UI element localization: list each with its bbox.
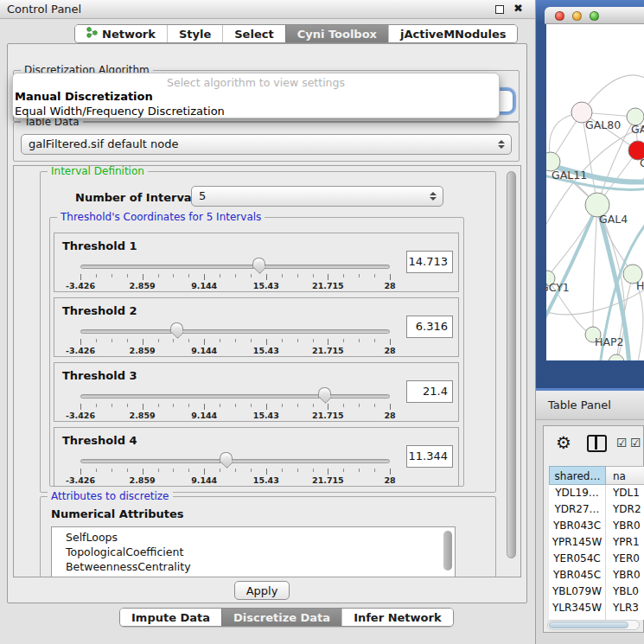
- threshold-row: Threshold 2-3.4262.8599.14415.4321.71528…: [54, 297, 459, 357]
- threshold-value-field[interactable]: 14.713: [406, 251, 453, 273]
- table-row[interactable]: YDR27…YDR2: [549, 501, 644, 518]
- minimize-traffic-light[interactable]: [572, 11, 582, 21]
- table-panel-body: ⚙ ☑ ☑ shared… na YDL19…YDL1YDR27…YDR2YBR…: [536, 420, 644, 644]
- network-node-label: GAL80: [585, 118, 621, 131]
- network-node-label: GA: [631, 123, 644, 136]
- cell-name: YDR2: [606, 501, 644, 518]
- tab-discretize-data[interactable]: Discretize Data: [221, 609, 341, 626]
- slider-tick-labels: -3.4262.8599.14415.4321.71528: [80, 475, 390, 485]
- cell-shared-name: YDL19…: [549, 485, 606, 501]
- cell-shared-name: YPR145W: [549, 534, 606, 551]
- popup-hint: Select algorithm to view settings: [13, 75, 499, 90]
- tab-cyni-toolbox[interactable]: Cyni Toolbox: [285, 25, 388, 42]
- tab-label: Discretize Data: [233, 611, 330, 624]
- table-row[interactable]: YLR345WYLR3: [549, 600, 644, 616]
- attributes-group-title: Attributes to discretize: [48, 490, 173, 502]
- gear-icon[interactable]: ⚙: [556, 433, 571, 452]
- tab-infer-network[interactable]: Infer Network: [341, 609, 452, 626]
- network-edge: [547, 205, 597, 278]
- threshold-row: Threshold 4-3.4262.8599.14415.4321.71528…: [54, 427, 459, 487]
- network-node[interactable]: [609, 354, 624, 360]
- threshold-value-field[interactable]: 21.4: [406, 380, 453, 403]
- table-row[interactable]: YER054CYER0: [549, 551, 644, 567]
- attributes-list[interactable]: SelfLoopsTopologicalCoefficientBetweenne…: [51, 526, 456, 577]
- attribute-list-item[interactable]: TopologicalCoefficient: [52, 545, 455, 559]
- settings-scrollpane: Interval Definition Number of Intervals …: [13, 165, 521, 577]
- cyni-mode-tabstrip: Impute DataDiscretize DataInfer Network: [119, 608, 454, 627]
- right-desktop: GAL80GACGAL11GAL4GCY1HHAP2 Table Panel ⚙…: [536, 0, 644, 644]
- slider-handle[interactable]: [170, 322, 183, 340]
- close-traffic-light[interactable]: [555, 11, 564, 21]
- table-panel-card: ⚙ ☑ ☑ shared… na YDL19…YDL1YDR27…YDR2YBR…: [543, 425, 644, 633]
- tab-label: Cyni Toolbox: [297, 28, 377, 41]
- cell-name: YBR0: [606, 518, 644, 534]
- checkbox-icon[interactable]: ☑: [630, 436, 641, 450]
- tab-jactivemnodules[interactable]: jActiveMNodules: [388, 25, 518, 42]
- table-row[interactable]: YBR045CYBR0: [549, 567, 644, 583]
- network-canvas[interactable]: GAL80GACGAL11GAL4GCY1HHAP2: [546, 24, 644, 360]
- network-icon: [86, 27, 98, 41]
- slider-track[interactable]: [80, 265, 390, 269]
- attribute-list-item[interactable]: SelfLoops: [52, 527, 455, 545]
- slider-ticks: [80, 469, 390, 475]
- table-row[interactable]: YPR145WYPR1: [549, 534, 644, 551]
- checkbox-icon[interactable]: ☑: [616, 436, 628, 450]
- slider-track[interactable]: [80, 459, 390, 463]
- threshold-label: Threshold 1: [62, 239, 137, 252]
- numerical-attributes-label: Numerical Attributes: [51, 507, 184, 520]
- vertical-scrollbar[interactable]: [507, 171, 516, 558]
- num-intervals-select[interactable]: 5: [191, 186, 443, 207]
- algorithm-dropdown-popup: Select algorithm to view settings Manual…: [12, 73, 500, 118]
- network-edge: [593, 205, 597, 335]
- horizontal-scrollbar-thumb[interactable]: [549, 622, 628, 628]
- table-data-select[interactable]: galFiltered.sif default node: [21, 134, 512, 155]
- attribute-list-item[interactable]: BetweennessCentrality: [52, 559, 455, 574]
- slider-tick-labels: -3.4262.8599.14415.4321.71528: [80, 411, 390, 420]
- table-rows: YDL19…YDL1YDR27…YDR2YBR043CYBR0YPR145WYP…: [549, 485, 644, 620]
- tab-network[interactable]: Network: [75, 25, 167, 42]
- slider-handle[interactable]: [318, 387, 331, 405]
- cell-name: YBL0: [606, 583, 644, 600]
- screen: Control Panel ✖ NetworkStyleSelectCyni T…: [0, 0, 644, 644]
- cell-shared-name: YBR043C: [549, 518, 606, 534]
- num-intervals-value: 5: [199, 187, 443, 206]
- split-panel-icon[interactable]: [587, 435, 607, 452]
- slider-handle[interactable]: [220, 452, 233, 469]
- network-window-titlebar[interactable]: [545, 7, 644, 24]
- stepper-icon: [428, 187, 438, 206]
- tab-label: Infer Network: [354, 611, 441, 624]
- network-edge: [582, 75, 644, 112]
- tab-label: jActiveMNodules: [400, 28, 507, 41]
- table-row[interactable]: YDL19…YDL1: [549, 485, 644, 501]
- threshold-row: Threshold 3-3.4262.8599.14415.4321.71528…: [54, 362, 459, 422]
- popup-option[interactable]: Equal Width/Frequency Discretization: [13, 105, 499, 119]
- thresholds-group: Threshold's Coordinates for 5 Intervals …: [49, 217, 464, 487]
- slider-ticks: [80, 404, 390, 411]
- float-window-icon[interactable]: [495, 5, 504, 14]
- column-header-name[interactable]: na: [606, 466, 644, 485]
- slider-track[interactable]: [80, 394, 390, 399]
- table-row[interactable]: YBL079WYBL0: [549, 583, 644, 600]
- tab-style[interactable]: Style: [167, 25, 222, 42]
- threshold-value-field[interactable]: 11.344: [406, 445, 453, 468]
- horizontal-scrollbar[interactable]: [547, 620, 640, 630]
- tab-impute-data[interactable]: Impute Data: [120, 609, 221, 626]
- threshold-value-field[interactable]: 6.316: [406, 316, 453, 338]
- zoom-traffic-light[interactable]: [590, 11, 599, 21]
- network-node-label: H: [636, 279, 644, 292]
- tab-select[interactable]: Select: [222, 25, 284, 42]
- column-header-shared-name[interactable]: shared…: [549, 466, 606, 485]
- slider-track[interactable]: [80, 329, 390, 334]
- threshold-row: Threshold 1-3.4262.8599.14415.4321.71528…: [54, 233, 459, 292]
- network-node-label: GAL4: [599, 213, 628, 226]
- table-panel-titlebar: Table Panel: [536, 391, 644, 420]
- apply-button[interactable]: Apply: [234, 581, 290, 600]
- attributes-list-scrollbar[interactable]: [443, 531, 452, 571]
- attributes-group: Attributes to discretize Numerical Attri…: [40, 496, 496, 577]
- table-row[interactable]: YBR043CYBR0: [549, 518, 644, 534]
- control-panel-tabstrip: NetworkStyleSelectCyni ToolboxjActiveMNo…: [74, 24, 518, 43]
- slider-handle[interactable]: [252, 258, 265, 275]
- close-icon[interactable]: ✖: [513, 2, 523, 15]
- popup-option[interactable]: Manual Discretization: [13, 90, 499, 105]
- threshold-label: Threshold 2: [62, 304, 137, 317]
